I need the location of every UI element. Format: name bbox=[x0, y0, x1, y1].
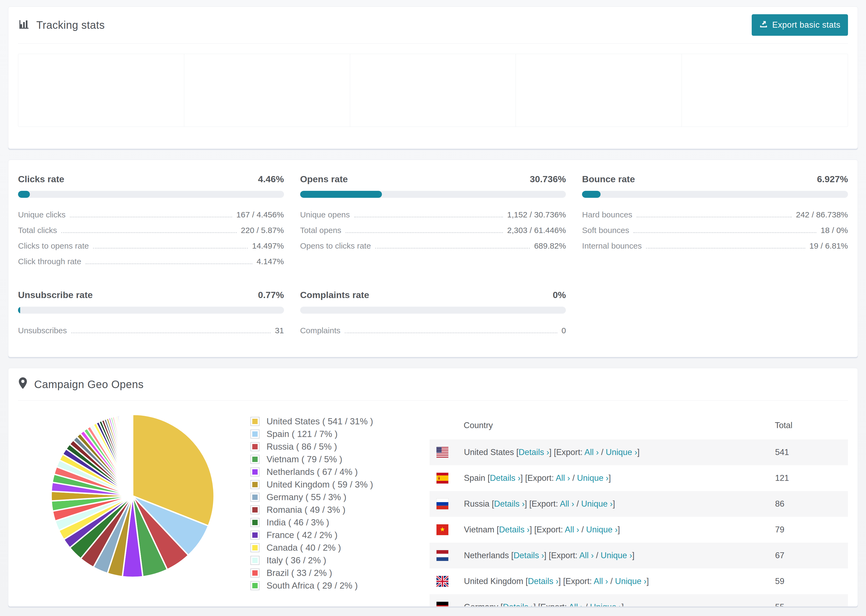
flag-cell bbox=[430, 517, 464, 543]
stat-box-clicks bbox=[184, 54, 350, 127]
geo-opens-card: Campaign Geo Opens United States ( 541 /… bbox=[8, 368, 858, 607]
rate-row-label: Hard bounces bbox=[582, 210, 632, 219]
geo-table-wrap: Country Total United States [Details ›] … bbox=[430, 413, 848, 607]
rate-row-label: Total clicks bbox=[18, 226, 57, 235]
flag-nl bbox=[436, 550, 448, 561]
rate-value: 0% bbox=[553, 290, 566, 300]
flag-de bbox=[436, 602, 448, 607]
legend-label: Spain ( 121 / 7% ) bbox=[266, 429, 337, 439]
country-name: United Kingdom bbox=[464, 577, 523, 586]
rate-row-value: 19 / 6.81% bbox=[809, 241, 848, 250]
rate-row-label: Complaints bbox=[300, 326, 340, 335]
details-link-netherlands[interactable]: Details › bbox=[513, 551, 544, 560]
rate-row-value: 2,303 / 61.446% bbox=[507, 226, 566, 235]
legend-item-south-africa: South Africa ( 29 / 2% ) bbox=[250, 580, 404, 591]
legend-item-brazil: Brazil ( 33 / 2% ) bbox=[250, 568, 404, 578]
rate-row-label: Click through rate bbox=[18, 257, 81, 266]
export-unique-link-germany[interactable]: Unique › bbox=[590, 602, 622, 607]
flag-cell bbox=[430, 465, 464, 491]
rate-value: 4.46% bbox=[258, 174, 284, 184]
legend-swatch bbox=[250, 493, 260, 502]
rate-row-label: Clicks to opens rate bbox=[18, 241, 89, 250]
header-divider bbox=[18, 43, 848, 44]
legend-label: Italy ( 36 / 2% ) bbox=[266, 555, 326, 566]
legend-item-united-kingdom: United Kingdom ( 59 / 3% ) bbox=[250, 479, 404, 490]
rate-row-label: Unsubscribes bbox=[18, 326, 67, 335]
geo-title: Campaign Geo Opens bbox=[34, 379, 143, 391]
country-name: Russia bbox=[464, 499, 490, 509]
rate-row: Unsubscribes 31 bbox=[18, 326, 284, 335]
export-basic-stats-button[interactable]: Export basic stats bbox=[752, 14, 848, 36]
legend-item-germany: Germany ( 55 / 3% ) bbox=[250, 492, 404, 502]
rate-row-label: Unique clicks bbox=[18, 210, 66, 219]
rate-row: Total opens 2,303 / 61.446% bbox=[300, 226, 566, 234]
country-name: United States bbox=[464, 448, 514, 457]
export-unique-link-russia[interactable]: Unique › bbox=[581, 499, 612, 509]
legend-item-france: France ( 42 / 2% ) bbox=[250, 530, 404, 540]
export-all-link-spain[interactable]: All › bbox=[556, 473, 570, 483]
rate-row: Complaints 0 bbox=[300, 326, 566, 335]
geo-table-row-united-kingdom: United Kingdom [Details ›] [Export: All … bbox=[430, 569, 848, 594]
country-column-header: Country bbox=[464, 413, 775, 439]
dotted-leader bbox=[375, 242, 530, 248]
total-cell: 121 bbox=[775, 465, 848, 491]
export-unique-link-spain[interactable]: Unique › bbox=[577, 473, 608, 483]
stat-box-opens bbox=[18, 54, 184, 127]
flag-es bbox=[436, 473, 448, 484]
dotted-leader bbox=[346, 226, 503, 233]
rate-row-value: 31 bbox=[275, 326, 284, 335]
page-title: Tracking stats bbox=[36, 19, 105, 31]
rate-title: Bounce rate bbox=[582, 174, 635, 184]
rate-row: Unique opens 1,152 / 30.736% bbox=[300, 210, 566, 219]
legend-swatch bbox=[250, 442, 260, 451]
rate-row-label: Total opens bbox=[300, 226, 341, 235]
details-link-united-kingdom[interactable]: Details › bbox=[528, 577, 559, 586]
rate-title: Unsubscribe rate bbox=[18, 290, 93, 300]
legend-label: South Africa ( 29 / 2% ) bbox=[266, 580, 358, 591]
rate-progress-fill bbox=[18, 306, 20, 314]
dotted-leader bbox=[636, 211, 792, 217]
country-name: Netherlands bbox=[464, 551, 509, 560]
details-link-spain[interactable]: Details › bbox=[490, 473, 521, 483]
export-all-link-russia[interactable]: All › bbox=[560, 499, 574, 509]
export-all-link-united-kingdom[interactable]: All › bbox=[594, 577, 608, 586]
export-all-link-united-states[interactable]: All › bbox=[584, 448, 599, 457]
legend-swatch bbox=[250, 581, 260, 590]
legend-label: Vietnam ( 79 / 5% ) bbox=[266, 454, 342, 464]
tracking-stats-card: Tracking stats Export basic stats bbox=[8, 6, 858, 149]
geo-table-row-united-states: United States [Details ›] [Export: All ›… bbox=[430, 439, 848, 465]
details-link-vietnam[interactable]: Details › bbox=[499, 525, 529, 534]
export-all-link-vietnam[interactable]: All › bbox=[565, 525, 579, 534]
legend-item-united-states: United States ( 541 / 31% ) bbox=[250, 416, 404, 426]
details-link-russia[interactable]: Details › bbox=[494, 499, 525, 509]
rate-row: Click through rate 4.147% bbox=[18, 257, 284, 266]
geo-header: Campaign Geo Opens bbox=[18, 368, 848, 401]
stat-box-complaints bbox=[516, 54, 682, 127]
rate-value: 6.927% bbox=[817, 174, 848, 184]
rates-grid: Clicks rate 4.46% Unique clicks bbox=[18, 174, 848, 342]
export-all-link-netherlands[interactable]: All › bbox=[579, 551, 594, 560]
export-unique-link-vietnam[interactable]: Unique › bbox=[586, 525, 617, 534]
flag-cell bbox=[430, 491, 464, 517]
legend-swatch bbox=[250, 417, 260, 426]
stat-box-unsubscribes bbox=[350, 54, 516, 127]
country-cell: United States [Details ›] [Export: All ›… bbox=[464, 439, 775, 465]
geo-table-row-netherlands: Netherlands [Details ›] [Export: All › /… bbox=[430, 543, 848, 569]
export-unique-link-united-states[interactable]: Unique › bbox=[606, 448, 637, 457]
legend-swatch bbox=[250, 480, 260, 489]
legend-swatch bbox=[250, 569, 260, 578]
export-unique-link-netherlands[interactable]: Unique › bbox=[601, 551, 632, 560]
rate-progress-fill bbox=[18, 191, 30, 198]
details-link-united-states[interactable]: Details › bbox=[518, 448, 549, 457]
legend-swatch bbox=[250, 531, 260, 540]
geo-table-row-russia: Russia [Details ›] [Export: All › / Uniq… bbox=[430, 491, 848, 517]
export-unique-link-united-kingdom[interactable]: Unique › bbox=[615, 577, 647, 586]
rate-row-value: 4.147% bbox=[257, 257, 284, 266]
legend-swatch bbox=[250, 467, 260, 476]
rate-value: 30.736% bbox=[530, 174, 566, 184]
tray-export-icon bbox=[759, 20, 768, 30]
rate-value: 0.77% bbox=[258, 290, 284, 300]
details-link-germany[interactable]: Details › bbox=[503, 602, 534, 607]
export-all-link-germany[interactable]: All › bbox=[568, 602, 583, 607]
pie-slice-other-44 bbox=[132, 415, 132, 496]
